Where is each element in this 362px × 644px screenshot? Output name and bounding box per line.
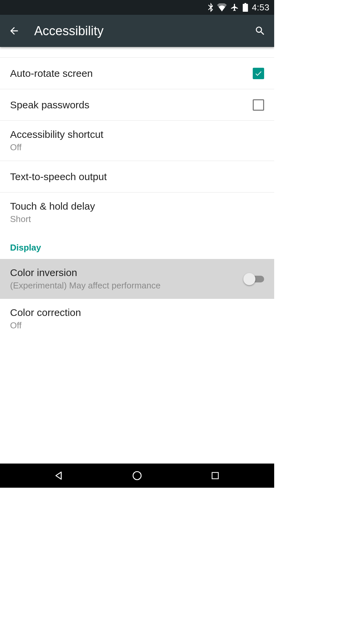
switch-thumb bbox=[243, 273, 255, 285]
row-value: Short bbox=[10, 214, 264, 224]
row-accessibility-shortcut[interactable]: Accessibility shortcut Off bbox=[0, 121, 274, 161]
arrow-left-icon bbox=[8, 25, 20, 37]
triangle-back-icon bbox=[54, 470, 64, 481]
row-label: Auto-rotate screen bbox=[10, 68, 253, 79]
row-label: Touch & hold delay bbox=[10, 201, 264, 212]
back-button[interactable] bbox=[6, 23, 22, 39]
square-recents-icon bbox=[210, 471, 220, 480]
search-button[interactable] bbox=[252, 23, 268, 39]
color-inversion-switch[interactable] bbox=[243, 273, 264, 285]
nav-recents-button[interactable] bbox=[206, 466, 225, 485]
wifi-icon bbox=[217, 3, 227, 11]
app-bar: Accessibility bbox=[0, 15, 274, 47]
row-auto-rotate[interactable]: Auto-rotate screen bbox=[0, 58, 274, 89]
row-label: Text-to-speech output bbox=[10, 171, 264, 182]
check-icon bbox=[254, 69, 262, 77]
svg-rect-1 bbox=[212, 473, 218, 479]
navigation-bar bbox=[0, 464, 274, 488]
svg-point-0 bbox=[133, 472, 141, 480]
row-label: Color correction bbox=[10, 307, 264, 318]
settings-list[interactable]: Auto-rotate screen Speak passwords Acces… bbox=[0, 47, 274, 464]
nav-back-button[interactable] bbox=[50, 466, 68, 485]
status-bar: 4:53 bbox=[0, 0, 274, 15]
circle-home-icon bbox=[132, 470, 142, 481]
previous-row-peek bbox=[0, 47, 274, 58]
page-title: Accessibility bbox=[34, 24, 252, 38]
row-value: (Experimental) May affect performance bbox=[10, 280, 243, 291]
auto-rotate-checkbox[interactable] bbox=[253, 68, 264, 79]
speak-passwords-checkbox[interactable] bbox=[253, 99, 264, 111]
bluetooth-icon bbox=[207, 3, 214, 12]
airplane-icon bbox=[230, 3, 239, 12]
row-label: Color inversion bbox=[10, 267, 243, 278]
row-value: Off bbox=[10, 142, 264, 153]
nav-home-button[interactable] bbox=[128, 466, 146, 485]
row-label: Speak passwords bbox=[10, 99, 253, 111]
search-icon bbox=[254, 25, 266, 37]
section-header-display: Display bbox=[0, 232, 274, 259]
status-time: 4:53 bbox=[252, 2, 269, 13]
row-value: Off bbox=[10, 320, 264, 331]
row-color-correction[interactable]: Color correction Off bbox=[0, 299, 274, 339]
row-text-to-speech[interactable]: Text-to-speech output bbox=[0, 161, 274, 193]
row-touch-hold-delay[interactable]: Touch & hold delay Short bbox=[0, 193, 274, 232]
row-label: Accessibility shortcut bbox=[10, 129, 264, 140]
battery-icon bbox=[242, 3, 248, 12]
row-color-inversion[interactable]: Color inversion (Experimental) May affec… bbox=[0, 259, 274, 299]
row-speak-passwords[interactable]: Speak passwords bbox=[0, 89, 274, 121]
